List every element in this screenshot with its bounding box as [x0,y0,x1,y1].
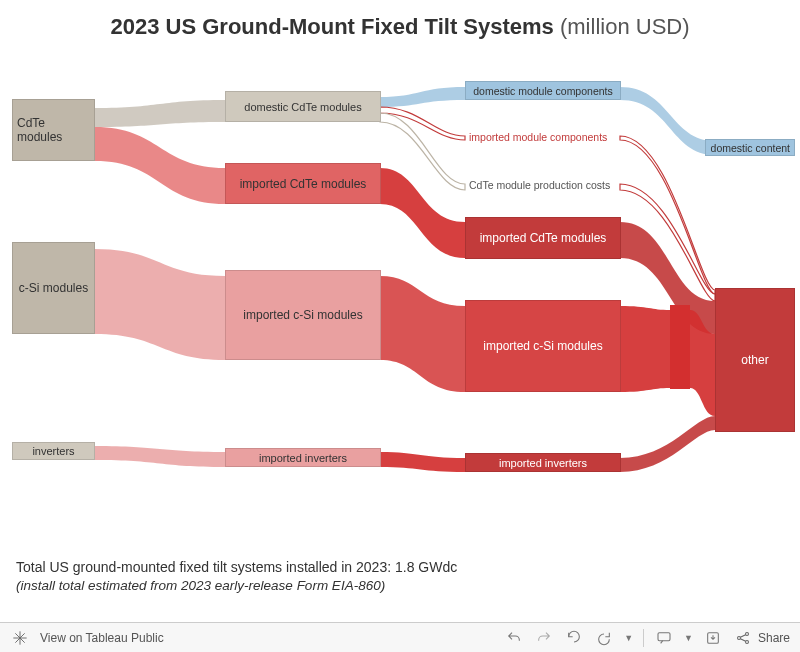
title-main: 2023 US Ground-Mount Fixed Tilt Systems [110,14,553,39]
node-dom-content[interactable]: domestic content [705,139,795,156]
node-imp-csi[interactable]: imported c-Si modules [225,270,381,360]
node-dom-comp[interactable]: domestic module components [465,81,621,100]
redo-icon[interactable] [534,628,554,648]
link-cdte-domcdte [95,100,225,127]
node-imp-cdte2[interactable]: imported CdTe modules [465,217,621,259]
chart-caption: Total US ground-mounted fixed tilt syste… [0,554,800,603]
link-impcdte-impcdte2 [380,168,465,258]
caption-line1: Total US ground-mounted fixed tilt syste… [16,558,784,577]
chart-title: 2023 US Ground-Mount Fixed Tilt Systems … [0,0,800,44]
node-inverters[interactable]: inverters [12,442,95,460]
node-other[interactable]: other [715,288,795,432]
node-bridge [670,305,690,389]
node-dom-cdte[interactable]: domestic CdTe modules [225,91,381,122]
link-domcdte-domcomp [380,87,465,107]
link-impcsi-impcsi2 [380,276,465,392]
node-imp-cdte[interactable]: imported CdTe modules [225,163,381,204]
svg-point-2 [738,636,741,639]
download-icon[interactable] [703,628,723,648]
link-cdte-impcdte [95,127,225,204]
node-imp-inv[interactable]: imported inverters [225,448,381,467]
node-imp-csi2[interactable]: imported c-Si modules [465,300,621,392]
node-imp-inv2[interactable]: imported inverters [465,453,621,472]
svg-point-3 [746,632,749,635]
view-on-public-link[interactable]: View on Tableau Public [40,631,164,645]
title-unit: (million USD) [560,14,690,39]
dropdown-caret-icon[interactable]: ▼ [684,633,693,643]
svg-point-4 [746,640,749,643]
share-icon [733,628,753,648]
sankey-chart: CdTe modules c-Si modules inverters dome… [0,44,800,554]
tableau-logo-icon[interactable] [10,628,30,648]
tableau-toolbar: View on Tableau Public ▼ ▼ Share [0,622,800,652]
svg-rect-0 [658,632,670,640]
node-imp-comp[interactable]: imported module components [465,130,621,143]
link-impinv-impinv2 [380,452,465,472]
link-csi-impcsi [95,249,225,360]
link-domcdte-impcomp [380,107,465,140]
link-impinv2-other [620,416,715,472]
node-cdte[interactable]: CdTe modules [12,99,95,161]
dropdown-caret-icon[interactable]: ▼ [624,633,633,643]
comment-icon[interactable] [654,628,674,648]
separator [643,629,644,647]
link-inv-impinv [95,446,225,467]
node-cdte-cost[interactable]: CdTe module production costs [465,178,625,191]
replay-icon[interactable] [564,628,584,648]
refresh-dropdown-icon[interactable] [594,628,614,648]
link-impcsi2-bridge [620,306,670,392]
node-csi[interactable]: c-Si modules [12,242,95,334]
caption-line2: (install total estimated from 2023 early… [16,577,784,595]
undo-icon[interactable] [504,628,524,648]
share-button[interactable]: Share [733,628,790,648]
